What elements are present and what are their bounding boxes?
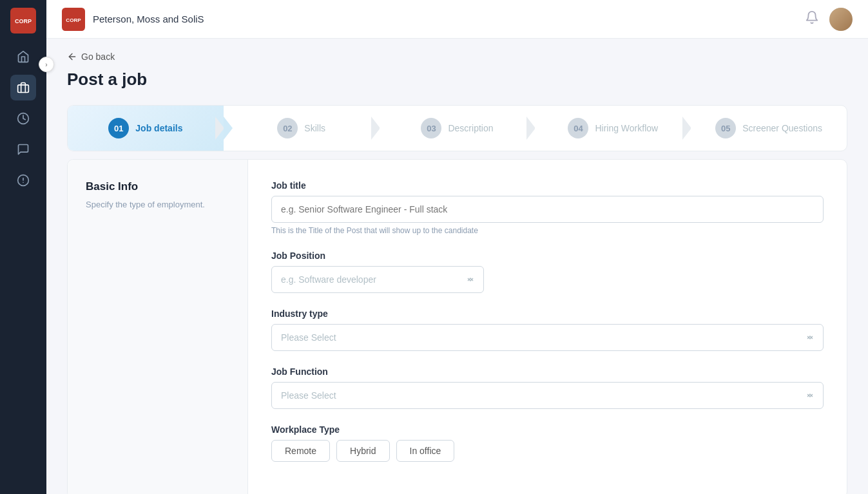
- go-back-button[interactable]: Go back: [67, 52, 847, 62]
- step-screener-questions[interactable]: 05 Screener Questions: [691, 106, 847, 151]
- svg-text:CORP: CORP: [15, 18, 32, 24]
- avatar-image: [829, 8, 853, 31]
- svg-rect-2: [18, 85, 29, 93]
- step-num-1: 01: [108, 118, 129, 138]
- go-back-label: Go back: [81, 52, 115, 62]
- step-num-2: 02: [277, 118, 298, 138]
- logo: CORP: [10, 8, 36, 33]
- form-main: Job title This is the Title of the Post …: [248, 160, 847, 494]
- workplace-remote-button[interactable]: Remote: [271, 440, 330, 462]
- steps-container: 01 Job details 02 Skills 03 Description …: [67, 105, 847, 151]
- job-position-select[interactable]: e.g. Software developer: [271, 266, 484, 293]
- step-job-details[interactable]: 01 Job details: [68, 106, 224, 151]
- step-label-2: Skills: [304, 123, 325, 133]
- job-title-hint: This is the Title of the Post that will …: [271, 226, 824, 235]
- step-label-4: Hiring Workflow: [595, 123, 658, 133]
- back-arrow-icon: [67, 52, 77, 62]
- job-title-input[interactable]: [271, 196, 824, 223]
- industry-type-label: Industry type: [271, 309, 824, 319]
- form-sidebar-desc: Specify the type of employment.: [86, 198, 229, 211]
- chevron-right-icon: ›: [45, 61, 47, 68]
- industry-type-select[interactable]: Please Select: [271, 324, 824, 351]
- step-label-5: Screener Questions: [742, 123, 822, 133]
- step-label-3: Description: [448, 123, 493, 133]
- topbar-right: [805, 8, 853, 31]
- sidebar-item-jobs[interactable]: [10, 75, 36, 100]
- sidebar-toggle[interactable]: ›: [39, 57, 54, 72]
- job-function-select[interactable]: Please Select: [271, 382, 824, 409]
- avatar[interactable]: [829, 8, 853, 31]
- topbar: CORP Peterson, Moss and SoliS: [46, 0, 868, 39]
- step-label-1: Job details: [135, 123, 182, 133]
- job-position-label: Job Position: [271, 251, 824, 261]
- workplace-hybrid-button[interactable]: Hybrid: [336, 440, 389, 462]
- notification-bell-icon[interactable]: [805, 10, 819, 28]
- job-position-group: Job Position e.g. Software developer: [271, 251, 824, 293]
- sidebar-item-home[interactable]: [10, 44, 36, 70]
- company-name: Peterson, Moss and SoliS: [93, 14, 204, 24]
- step-num-4: 04: [568, 118, 588, 138]
- sidebar: CORP ›: [0, 0, 46, 494]
- form-sidebar: Basic Info Specify the type of employmen…: [68, 160, 248, 494]
- form-sidebar-title: Basic Info: [86, 180, 229, 193]
- step-num-5: 05: [715, 118, 736, 138]
- step-num-3: 03: [421, 118, 441, 138]
- content-area: Go back Post a job 01 Job details 02 Ski…: [46, 39, 868, 494]
- page-title: Post a job: [67, 70, 847, 90]
- topbar-left: CORP Peterson, Moss and SoliS: [62, 8, 204, 31]
- form-section: Basic Info Specify the type of employmen…: [67, 159, 847, 494]
- sidebar-item-reports[interactable]: [10, 106, 36, 131]
- job-title-label: Job title: [271, 180, 824, 191]
- steps-track: 01 Job details 02 Skills 03 Description …: [68, 106, 847, 151]
- workplace-type-label: Workplace Type: [271, 424, 824, 435]
- svg-text:CORP: CORP: [66, 17, 81, 23]
- sidebar-item-info[interactable]: [10, 167, 36, 193]
- workplace-options: Remote Hybrid In office: [271, 440, 824, 462]
- workplace-type-group: Workplace Type Remote Hybrid In office: [271, 424, 824, 462]
- company-logo-icon: CORP: [62, 8, 85, 31]
- main-area: CORP Peterson, Moss and SoliS Go back: [46, 0, 868, 494]
- industry-type-group: Industry type Please Select: [271, 309, 824, 351]
- workplace-inoffice-button[interactable]: In office: [396, 440, 455, 462]
- job-title-group: Job title This is the Title of the Post …: [271, 180, 824, 235]
- sidebar-item-messages[interactable]: [10, 137, 36, 162]
- step-hiring-workflow[interactable]: 04 Hiring Workflow: [535, 106, 691, 151]
- job-position-wrapper: e.g. Software developer: [271, 266, 484, 293]
- step-skills[interactable]: 02 Skills: [224, 106, 380, 151]
- job-function-label: Job Function: [271, 366, 824, 377]
- step-description[interactable]: 03 Description: [380, 106, 535, 151]
- job-function-group: Job Function Please Select: [271, 366, 824, 409]
